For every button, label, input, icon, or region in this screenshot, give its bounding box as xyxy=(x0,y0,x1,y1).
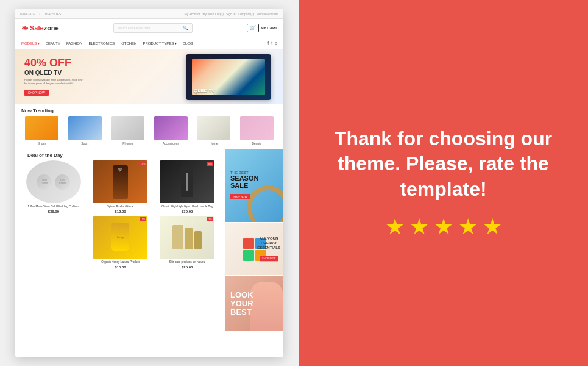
deal-badge-bag: -8% xyxy=(207,162,213,166)
deal-badge-honey: -5% xyxy=(140,217,146,221)
pinterest-icon[interactable]: p xyxy=(275,41,277,45)
nav-kitchen[interactable]: KITCHEN xyxy=(121,41,136,45)
nav-product-types[interactable]: PRODUCT TYPES ▾ xyxy=(143,41,176,45)
deal-price-spice: $12.00 xyxy=(115,210,126,214)
star-5[interactable]: ★ xyxy=(483,214,502,240)
right-panel: Thank for choosing our theme. Please, ra… xyxy=(299,0,588,366)
tv-label: QLED TV xyxy=(194,88,215,93)
season-cta-button[interactable]: SHOP NOW xyxy=(230,194,250,199)
trending-label-phones: Phones xyxy=(122,142,133,145)
deal-img-cufflinks: GodFather GodFather xyxy=(26,160,81,203)
deal-price-bag: $30.00 xyxy=(182,210,193,214)
deal-img-spice: -4% spicejar xyxy=(93,160,147,203)
trending-img-phones xyxy=(111,116,144,140)
deal-item-spice[interactable]: -4% spicejar Spices Product Name $12.00 xyxy=(88,160,153,214)
topbar-link-2[interactable]: My Wish List(0) xyxy=(202,12,223,16)
cart-area[interactable]: 🛒 MY CART xyxy=(247,24,277,32)
star-3[interactable]: ★ xyxy=(434,214,453,240)
deal-img-honey: -5% honey xyxy=(93,216,147,259)
deal-badge-spice: -4% xyxy=(140,162,146,166)
search-bar[interactable]: Search entire store here... 🔍 xyxy=(113,23,193,33)
trending-item-phones[interactable]: Phones xyxy=(107,116,149,145)
look-your-best-text: LOOKYOURBEST xyxy=(230,291,253,317)
deal-section: Deal of the Day GodFather GodFather xyxy=(15,149,283,331)
deal-item-empty xyxy=(21,216,86,269)
right-banners: THE BEST SEASONSALE SHOP NOW ALL YOURHOL… xyxy=(225,149,283,331)
top-bar: NAVIGATE TO OTHER SITES My Account My Wi… xyxy=(15,9,283,19)
nav-models[interactable]: MODELS ▾ xyxy=(21,41,40,45)
facebook-icon[interactable]: f xyxy=(267,41,269,45)
topbar-link-4[interactable]: Compare(0) xyxy=(238,12,254,16)
search-icon: 🔍 xyxy=(183,26,188,30)
deal-item-cufflinks[interactable]: GodFather GodFather 1 Pair Mens Silver G… xyxy=(21,160,86,214)
look-text-block: LOOKYOURBEST xyxy=(230,291,253,317)
twitter-icon[interactable]: t xyxy=(271,41,272,45)
hero-discount: 40% OFF xyxy=(24,57,85,68)
holiday-cta-button[interactable]: SHOP NOW xyxy=(260,256,278,261)
thank-message: Thank for choosing our theme. Please, ra… xyxy=(323,126,564,203)
nav-electronics[interactable]: ELECTRONICS xyxy=(88,41,115,45)
trending-label-shoes: Shoes xyxy=(38,142,46,145)
star-2[interactable]: ★ xyxy=(409,214,429,240)
holiday-banner[interactable]: ALL YOURHOLIDAYESSENTIALS SHOP NOW xyxy=(225,223,283,275)
deal-name-honey: Organic Honey Natural Product xyxy=(101,260,140,264)
deal-grid: GodFather GodFather 1 Pair Mens Silver G… xyxy=(21,160,219,269)
site-header: ❧ Salezone Search entire store here... 🔍… xyxy=(15,19,283,37)
trending-img-shoes xyxy=(25,116,58,140)
hero-product-line: ON QLED TV xyxy=(24,70,85,76)
topbar-link-5[interactable]: Find an Account xyxy=(257,12,278,16)
person-silhouette xyxy=(250,282,283,331)
gift-box-3 xyxy=(243,250,254,261)
cart-icon: 🛒 xyxy=(247,24,259,32)
deal-price-honey: $15.00 xyxy=(115,265,126,269)
holiday-text: ALL YOURHOLIDAYESSENTIALS xyxy=(257,237,280,251)
topbar-link-1[interactable]: My Account xyxy=(185,12,200,16)
logo-icon: ❧ xyxy=(21,23,29,33)
trending-grid: Shoes Sport Phones Accessories Home Beau… xyxy=(15,116,283,149)
nav-blog[interactable]: BLOG xyxy=(183,41,193,45)
trending-label-beauty: Beauty xyxy=(252,142,261,145)
star-4[interactable]: ★ xyxy=(458,214,478,240)
trending-label-sport: Sport xyxy=(81,142,88,145)
topbar-link-3[interactable]: Sign In xyxy=(226,12,236,16)
deal-name-bag: Classic High Light Nylon Hard Handle Bag xyxy=(161,205,213,209)
trending-item-home[interactable]: Home xyxy=(193,116,235,145)
trending-label-accessories: Accessories xyxy=(163,142,179,145)
deal-badge-skincare: -3% xyxy=(207,217,213,221)
trending-img-sport xyxy=(68,116,102,140)
deal-left: Deal of the Day GodFather GodFather xyxy=(15,149,225,331)
trending-item-sport[interactable]: Sport xyxy=(65,116,106,145)
look-banner[interactable]: LOOKYOURBEST xyxy=(225,276,283,331)
trending-item-shoes[interactable]: Shoes xyxy=(21,116,63,145)
nav-social: f t p xyxy=(267,41,277,45)
deal-item-honey[interactable]: -5% honey Organic Honey Natural Product … xyxy=(88,216,153,269)
deal-name-spice: Spices Product Name xyxy=(107,205,134,209)
logo[interactable]: ❧ Salezone xyxy=(21,23,59,33)
tv-screen: QLED TV xyxy=(192,59,265,95)
hero-banner: 40% OFF ON QLED TV Holiday prices availa… xyxy=(15,49,283,104)
left-panel: NAVIGATE TO OTHER SITES My Account My Wi… xyxy=(0,0,299,366)
main-nav: MODELS ▾ BEAUTY FASHION ELECTRONICS KITC… xyxy=(15,37,283,49)
season-text: SEASONSALE xyxy=(230,174,258,189)
star-1[interactable]: ★ xyxy=(385,214,405,240)
nav-fashion[interactable]: FASHION xyxy=(66,41,82,45)
hero-text: 40% OFF ON QLED TV Holiday prices availa… xyxy=(24,57,85,96)
trending-item-accessories[interactable]: Accessories xyxy=(151,116,192,145)
topbar-left-text: NAVIGATE TO OTHER SITES xyxy=(20,12,61,16)
hero-cta-button[interactable]: SHOP NOW xyxy=(24,90,49,96)
trending-item-beauty[interactable]: Beauty xyxy=(236,116,278,145)
season-sale-banner[interactable]: THE BEST SEASONSALE SHOP NOW xyxy=(225,149,283,222)
tv-shape: QLED TV xyxy=(186,54,271,100)
deal-item-skincare[interactable]: -3% Skin care products set natural $25.0… xyxy=(155,216,219,269)
deal-img-skincare: -3% xyxy=(160,216,214,259)
trending-img-accessories xyxy=(154,116,188,140)
deal-img-bag: -8% xyxy=(160,160,214,203)
cart-label: MY CART xyxy=(261,26,277,30)
trending-img-home xyxy=(197,116,230,140)
deal-item-bag[interactable]: -8% Classic High Light Nylon Hard Handle… xyxy=(155,160,219,214)
deal-price-cufflinks: $36.00 xyxy=(48,210,59,214)
trending-label-home: Home xyxy=(210,142,218,145)
nav-beauty[interactable]: BEAUTY xyxy=(46,41,60,45)
website-mockup: NAVIGATE TO OTHER SITES My Account My Wi… xyxy=(15,9,283,357)
stars-row: ★ ★ ★ ★ ★ xyxy=(385,214,502,240)
